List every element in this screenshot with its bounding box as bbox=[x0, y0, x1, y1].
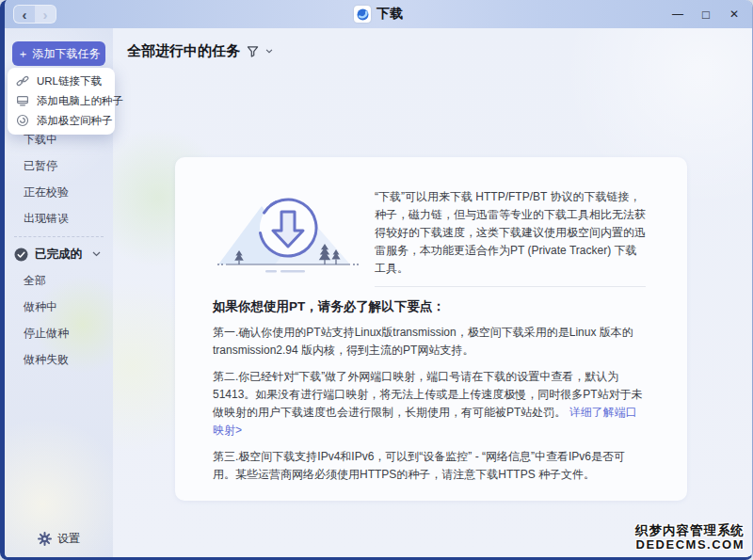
completed-section-label: 已完成的 bbox=[35, 247, 82, 263]
back-icon[interactable]: ‹ bbox=[14, 6, 35, 23]
maximize-icon[interactable]: □ bbox=[699, 8, 713, 21]
forward-icon[interactable]: › bbox=[35, 6, 56, 23]
settings-label: 设置 bbox=[57, 531, 80, 547]
close-icon[interactable]: ✕ bbox=[728, 8, 741, 20]
intro-column: “下载”可以用来下载 HTTP/FTP/BT 协议的下载链接，种子，磁力链，但与… bbox=[375, 182, 646, 287]
download-illustration bbox=[213, 182, 363, 281]
title-center: 下载 bbox=[354, 6, 403, 23]
sidebar-item-seeding[interactable]: 做种中 bbox=[5, 294, 113, 320]
app-logo-icon bbox=[354, 6, 371, 23]
sidebar-divider bbox=[14, 236, 104, 237]
link-icon bbox=[16, 74, 29, 89]
add-download-task-button[interactable]: ＋ 添加下载任务 bbox=[12, 41, 105, 66]
titlebar: ‹ › 下载 — □ ✕ bbox=[5, 0, 752, 28]
add-task-dropdown: URL链接下载 添加电脑上的种子 bbox=[8, 68, 115, 135]
pt-point-3: 第三.极空间下载支持IPv4和IPv6，可以到“设备监控” - “网络信息”中查… bbox=[213, 448, 646, 484]
card-top-row: “下载”可以用来下载 HTTP/FTP/BT 协议的下载链接，种子，磁力链，但与… bbox=[213, 182, 646, 287]
zspace-circle-icon bbox=[16, 114, 29, 129]
minimize-icon[interactable]: — bbox=[671, 8, 684, 20]
watermark: 织梦内容管理系统 DEDECMS.COM bbox=[635, 523, 745, 552]
sidebar-item-stopped-seeding[interactable]: 停止做种 bbox=[5, 320, 113, 346]
sidebar-item-all-completed[interactable]: 全部 bbox=[5, 267, 113, 294]
dropdown-item-url-download[interactable]: URL链接下载 bbox=[8, 72, 115, 91]
sidebar-item-error[interactable]: 出现错误 bbox=[5, 205, 113, 232]
sidebar-item-seeding-failed[interactable]: 做种失败 bbox=[5, 346, 113, 373]
main-content: 全部进行中的任务 bbox=[113, 28, 752, 557]
app-window: ‹ › 下载 — □ ✕ ＋ 添加下载任务 bbox=[0, 0, 753, 560]
plus-icon: ＋ bbox=[18, 48, 29, 59]
pt-point-1: 第一.确认你使用的PT站支持Linux版transmission，极空间下载采用… bbox=[213, 324, 646, 360]
dropdown-item-label: 添加极空间种子 bbox=[37, 114, 113, 128]
main-header: 全部进行中的任务 bbox=[113, 28, 752, 60]
computer-icon bbox=[16, 94, 29, 109]
gear-icon bbox=[38, 532, 52, 546]
filter-funnel-icon[interactable] bbox=[247, 45, 259, 57]
app-body: ＋ 添加下载任务 URL链接下载 bbox=[5, 28, 752, 557]
intro-divider bbox=[375, 286, 646, 287]
sidebar-section-completed[interactable]: 已完成的 bbox=[5, 241, 113, 267]
pt-point-2: 第二.你已经针对“下载”做了外网端口映射，端口号请在下载的设置中查看，默认为51… bbox=[213, 368, 646, 440]
nav-group: ‹ › bbox=[13, 5, 56, 24]
watermark-line2: DEDECMS.COM bbox=[635, 537, 745, 552]
page-title: 全部进行中的任务 bbox=[127, 42, 240, 60]
dropdown-item-label: URL链接下载 bbox=[37, 74, 102, 88]
dropdown-item-label: 添加电脑上的种子 bbox=[37, 94, 123, 108]
settings-button[interactable]: 设置 bbox=[5, 531, 113, 547]
sidebar-item-paused[interactable]: 已暂停 bbox=[5, 152, 113, 179]
watermark-line1: 织梦内容管理系统 bbox=[635, 523, 745, 537]
sidebar-item-verifying[interactable]: 正在校验 bbox=[5, 179, 113, 205]
dropdown-item-add-torrent-from-pc[interactable]: 添加电脑上的种子 bbox=[8, 91, 115, 111]
window-controls: — □ ✕ bbox=[671, 8, 741, 21]
check-circle-icon bbox=[14, 248, 28, 262]
filter-chevron-icon[interactable] bbox=[265, 49, 273, 54]
sidebar-menu: 下载中 已暂停 正在校验 出现错误 已完成的 bbox=[5, 126, 113, 373]
intro-text: “下载”可以用来下载 HTTP/FTP/BT 协议的下载链接，种子，磁力链，但与… bbox=[375, 188, 646, 278]
info-card: “下载”可以用来下载 HTTP/FTP/BT 协议的下载链接，种子，磁力链，但与… bbox=[175, 157, 687, 501]
pt-heading: 如果你想使用PT，请务必了解以下要点： bbox=[213, 298, 646, 315]
window-title: 下载 bbox=[376, 6, 403, 23]
dropdown-item-add-zspace-torrent[interactable]: 添加极空间种子 bbox=[8, 111, 115, 131]
sidebar: ＋ 添加下载任务 URL链接下载 bbox=[5, 28, 113, 557]
add-download-task-label: 添加下载任务 bbox=[33, 46, 101, 62]
chevron-down-icon bbox=[92, 251, 101, 257]
